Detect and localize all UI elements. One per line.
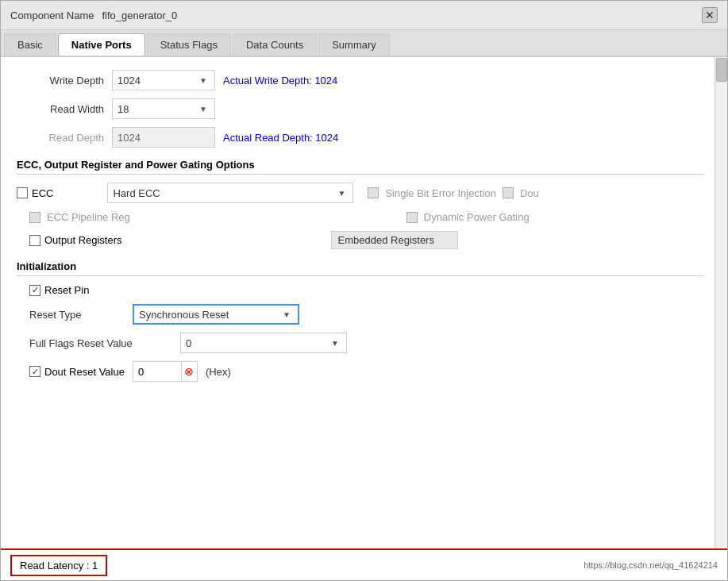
dialog: Component Name fifo_generator_0 ✕ Basic … — [0, 0, 728, 581]
read-width-row: Read Width 18 ▼ — [17, 98, 703, 119]
read-width-label: Read Width — [17, 103, 104, 115]
dou-checkbox — [503, 187, 514, 198]
reset-type-value: Synchronous Reset — [139, 309, 280, 321]
tab-bar: Basic Native Ports Status Flags Data Cou… — [1, 30, 727, 57]
ecc-row: ECC Hard ECC ▼ Single Bit Error Injectio… — [17, 183, 703, 203]
output-registers-checkbox[interactable] — [29, 235, 40, 246]
actual-read-depth-text: Actual Read Depth: 1024 — [223, 132, 338, 144]
read-width-arrow-icon: ▼ — [197, 102, 210, 115]
output-registers-label: Output Registers — [44, 234, 122, 246]
tab-status-flags[interactable]: Status Flags — [147, 33, 231, 56]
dout-reset-input[interactable] — [133, 362, 181, 381]
scrollbar-track[interactable] — [715, 57, 727, 580]
dynamic-power-label: Dynamic Power Gating — [424, 211, 530, 223]
read-latency-bar: Read Latency : 1 https://blog.csdn.net/q… — [1, 548, 727, 580]
write-depth-select[interactable]: 1024 ▼ — [112, 70, 215, 90]
dout-reset-checkbox[interactable] — [29, 366, 40, 377]
init-section-title: Initialization — [17, 260, 703, 276]
write-depth-value: 1024 — [117, 75, 197, 87]
ecc-checkbox[interactable] — [17, 187, 28, 198]
reset-pin-checkbox[interactable] — [29, 285, 40, 296]
dou-label: Dou — [520, 187, 539, 199]
full-flags-select[interactable]: 0 ▼ — [180, 333, 347, 353]
ecc-label: ECC — [32, 187, 53, 199]
read-depth-label: Read Depth — [17, 132, 104, 144]
component-name-value: fifo_generator_0 — [102, 10, 178, 21]
component-name-label: Component Name — [10, 10, 94, 21]
close-button[interactable]: ✕ — [702, 7, 718, 23]
ecc-pipeline-checkbox — [29, 212, 40, 223]
ecc-type-select[interactable]: Hard ECC ▼ — [107, 183, 353, 203]
read-latency-label: Read Latency : 1 — [20, 560, 98, 571]
ecc-type-arrow-icon: ▼ — [335, 187, 348, 199]
content-area: Write Depth 1024 ▼ Actual Write Depth: 1… — [1, 57, 727, 580]
actual-write-depth-text: Actual Write Depth: 1024 — [223, 75, 337, 87]
ecc-pipeline-row: ECC Pipeline Reg Dynamic Power Gating — [17, 211, 703, 223]
read-depth-input[interactable] — [112, 127, 215, 148]
actual-read-depth-value: 1024 — [315, 132, 338, 144]
ecc-pipeline-label: ECC Pipeline Reg — [47, 211, 130, 223]
scroll-area: Write Depth 1024 ▼ Actual Write Depth: 1… — [1, 57, 727, 580]
title-bar: Component Name fifo_generator_0 ✕ — [1, 1, 727, 30]
dynamic-power-checkbox — [406, 212, 418, 223]
tab-summary[interactable]: Summary — [318, 33, 390, 56]
csdn-url: https://blog.csdn.net/qq_41624214 — [584, 560, 718, 570]
tab-basic[interactable]: Basic — [4, 33, 56, 56]
output-registers-row: Output Registers Embedded Registers — [17, 231, 703, 249]
full-flags-label: Full Flags Reset Value — [29, 337, 172, 349]
ecc-right-options: Single Bit Error Injection Dou — [368, 187, 538, 199]
write-depth-arrow-icon: ▼ — [197, 74, 210, 87]
read-width-select[interactable]: 18 ▼ — [112, 98, 215, 119]
scrollbar-thumb[interactable] — [716, 58, 727, 82]
tab-data-counts[interactable]: Data Counts — [233, 33, 317, 56]
single-bit-checkbox — [368, 187, 379, 198]
reset-type-row: Reset Type Synchronous Reset ▼ — [17, 304, 703, 325]
dout-reset-row: Dout Reset Value ⊗ (Hex) — [17, 361, 703, 382]
hex-label: (Hex) — [206, 366, 231, 378]
reset-pin-label: Reset Pin — [44, 284, 89, 296]
reset-pin-row: Reset Pin — [17, 284, 703, 296]
dout-reset-label: Dout Reset Value — [44, 366, 125, 378]
read-width-value: 18 — [117, 103, 197, 115]
actual-write-depth-value: 1024 — [314, 75, 337, 87]
tab-native-ports[interactable]: Native Ports — [58, 33, 145, 56]
reset-type-select[interactable]: Synchronous Reset ▼ — [133, 304, 299, 325]
reset-type-label: Reset Type — [29, 309, 125, 321]
ecc-section-title: ECC, Output Register and Power Gating Op… — [17, 159, 703, 175]
output-registers-checkbox-wrapper[interactable]: Output Registers — [29, 234, 122, 246]
embedded-registers-value: Embedded Registers — [331, 231, 458, 249]
write-depth-row: Write Depth 1024 ▼ Actual Write Depth: 1… — [17, 70, 703, 90]
dout-clear-button[interactable]: ⊗ — [181, 362, 197, 381]
full-flags-value: 0 — [186, 337, 329, 349]
reset-type-arrow-icon: ▼ — [280, 308, 293, 321]
ecc-type-value: Hard ECC — [113, 187, 335, 199]
read-depth-row: Read Depth Actual Read Depth: 1024 — [17, 127, 703, 148]
dout-input-wrapper: ⊗ — [133, 361, 198, 382]
write-depth-label: Write Depth — [17, 75, 104, 87]
single-bit-label: Single Bit Error Injection — [385, 187, 495, 199]
read-latency-box: Read Latency : 1 — [10, 555, 107, 576]
full-flags-arrow-icon: ▼ — [329, 337, 341, 349]
dout-checkbox-wrapper[interactable]: Dout Reset Value — [29, 366, 125, 378]
full-flags-row: Full Flags Reset Value 0 ▼ — [17, 333, 703, 353]
reset-pin-checkbox-wrapper[interactable]: Reset Pin — [29, 284, 89, 296]
ecc-checkbox-wrapper[interactable]: ECC — [17, 187, 53, 199]
